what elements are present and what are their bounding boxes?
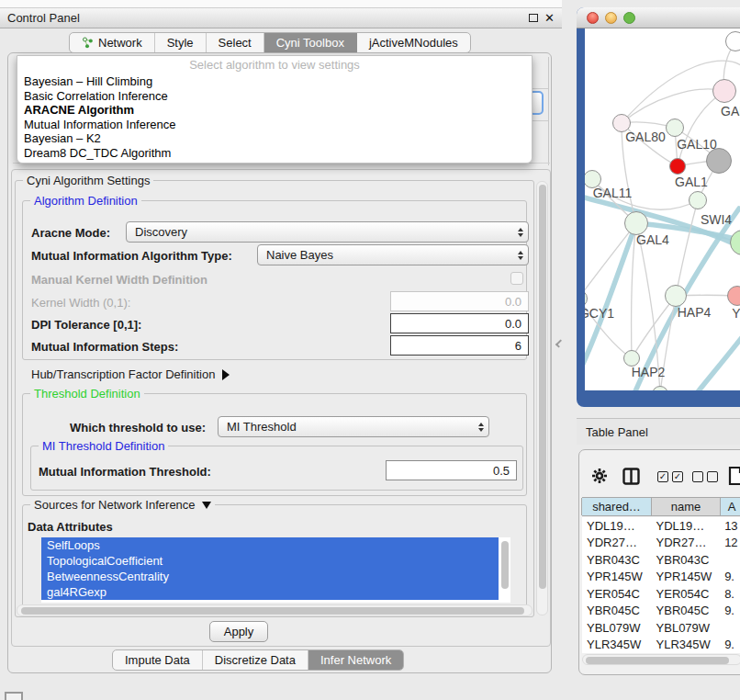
table-panel-title: Table Panel: [586, 425, 648, 439]
table-cell: YPR145W: [582, 570, 653, 583]
network-nodes-layer: GALGAL80GAL10GAL1GAL11SWI4GAL4GCY1HAP4YH…: [585, 28, 740, 390]
hub-definition-expander[interactable]: Hub/Transcription Factor Definition: [31, 367, 230, 381]
unchecked-box-icon: [707, 471, 718, 482]
network-node-swi4[interactable]: [689, 191, 707, 209]
aracne-mode-value: Discovery: [135, 225, 518, 239]
network-node[interactable]: [725, 31, 740, 51]
table-row[interactable]: YBR045CYBR045C9.: [582, 603, 740, 620]
table-row[interactable]: YBL079WYBL079W: [582, 619, 740, 637]
table-row[interactable]: YDL19…YDL19…13: [582, 517, 740, 535]
minimize-traffic-light-icon[interactable]: [605, 12, 617, 24]
network-node-gal1[interactable]: [669, 158, 686, 175]
table-hscrollbar-track[interactable]: [582, 654, 740, 665]
deselect-all-columns-icon[interactable]: [692, 471, 718, 482]
data-attribute-item[interactable]: BetweennessCentrality: [41, 569, 499, 584]
settings-hscrollbar-thumb[interactable]: [21, 607, 524, 615]
settings-hscrollbar-track[interactable]: [17, 604, 533, 616]
tab-discretize-data[interactable]: Discretize Data: [203, 650, 308, 670]
mi-threshold-field[interactable]: 0.5: [386, 460, 517, 480]
node-label: GCY1: [585, 306, 614, 321]
node-label: Y: [732, 306, 740, 321]
tab-impute-data[interactable]: Impute Data: [113, 650, 203, 670]
network-canvas[interactable]: GALGAL80GAL10GAL1GAL11SWI4GAL4GCY1HAP4YH…: [585, 28, 740, 390]
table-cell: YBR045C: [582, 604, 653, 617]
data-attributes-list[interactable]: SelfLoopsTopologicalCoefficientBetweenne…: [41, 537, 510, 603]
algorithm-menu-item[interactable]: ARACNE Algorithm: [17, 103, 532, 118]
sources-header[interactable]: Sources for Network Inference: [30, 498, 215, 512]
column-header-shared-name[interactable]: shared…: [581, 498, 652, 515]
table-cell: YBL079W: [653, 621, 723, 635]
table-hscrollbar-thumb[interactable]: [586, 657, 729, 664]
table-row[interactable]: YDR27…YDR27…12: [582, 535, 740, 552]
network-node-gal[interactable]: [712, 79, 736, 103]
data-attribute-item[interactable]: SelfLoops: [41, 537, 499, 553]
table-cell: YBR043C: [653, 553, 723, 567]
zoom-traffic-light-icon[interactable]: [623, 12, 635, 24]
tab-select[interactable]: Select: [207, 33, 264, 52]
tab-label: Impute Data: [125, 653, 190, 667]
table-cell: YBR043C: [582, 553, 653, 567]
network-node-gcy1[interactable]: [585, 289, 588, 308]
node-label: GAL: [721, 104, 740, 119]
table-row[interactable]: YER054CYER054C8.: [582, 585, 740, 603]
table-cell: 9.: [722, 570, 740, 583]
table-panel: ✓ ✓ shared… name A YDL19…YDL19…13YDR27…Y…: [578, 449, 740, 675]
tab-cyni-toolbox[interactable]: Cyni Toolbox: [264, 33, 357, 52]
tab-jactivemnodules[interactable]: jActiveMNodules: [357, 33, 470, 52]
algorithm-menu-item[interactable]: Dream8 DC_TDC Algorithm: [17, 146, 532, 161]
tab-style[interactable]: Style: [155, 33, 207, 52]
which-threshold-combobox[interactable]: MI Threshold: [218, 416, 489, 437]
table-cell: 12: [722, 536, 740, 549]
network-node-y[interactable]: [727, 286, 740, 306]
apply-button[interactable]: Apply: [209, 621, 268, 642]
tab-infer-network[interactable]: Infer Network: [308, 650, 403, 670]
network-node[interactable]: [652, 386, 668, 390]
network-view-window: GALGAL80GAL10GAL1GAL11SWI4GAL4GCY1HAP4YH…: [577, 7, 740, 407]
new-table-document-icon[interactable]: [728, 466, 740, 489]
algorithm-menu-item[interactable]: Bayesian – Hill Climbing: [17, 74, 532, 89]
kernel-width-field[interactable]: 0.0: [390, 291, 529, 311]
table-cell: YDL19…: [653, 519, 723, 533]
table-row[interactable]: YLR345WYLR345W9.: [582, 637, 740, 654]
table-row[interactable]: YBR043CYBR043C: [582, 551, 740, 569]
algorithm-menu-item[interactable]: Bayesian – K2: [17, 131, 532, 146]
settings-vscrollbar-thumb[interactable]: [539, 185, 546, 589]
column-header-partial[interactable]: A: [720, 498, 740, 515]
algorithm-dropdown-popup: Select algorithm to view settings Bayesi…: [17, 55, 533, 164]
mi-algorithm-type-value: Naive Bayes: [266, 248, 518, 262]
table-row[interactable]: YPR145WYPR145W9.: [582, 569, 740, 586]
table-settings-gear-icon[interactable]: [591, 468, 608, 487]
network-node-hap4[interactable]: [665, 285, 687, 307]
close-traffic-light-icon[interactable]: [587, 12, 599, 24]
data-attribute-item[interactable]: TopologicalCoefficient: [41, 553, 499, 569]
data-attribute-item[interactable]: gal4RGexp: [41, 584, 499, 600]
checked-box-icon: ✓: [657, 471, 668, 482]
unchecked-box-icon: [692, 471, 703, 482]
table-cell: 8.: [722, 587, 740, 601]
network-node-gal10[interactable]: [666, 119, 684, 137]
network-node[interactable]: [730, 230, 740, 255]
collapsed-corner-widget[interactable]: [5, 692, 23, 700]
select-all-columns-icon[interactable]: ✓ ✓: [657, 471, 683, 482]
columns-icon[interactable]: [622, 468, 640, 488]
attributes-vscrollbar-thumb[interactable]: [501, 541, 509, 589]
tab-network[interactable]: Network: [70, 33, 155, 52]
settings-vscrollbar-track[interactable]: [536, 181, 548, 615]
mi-steps-field[interactable]: 6: [390, 335, 529, 356]
algorithm-menu-item[interactable]: Basic Correlation Inference: [17, 89, 532, 104]
dpi-tolerance-field[interactable]: 0.0: [390, 313, 529, 333]
mi-algorithm-type-combobox[interactable]: Naive Bayes: [257, 244, 529, 265]
table-cell: YER054C: [653, 587, 723, 601]
network-node[interactable]: [706, 148, 732, 174]
table-cell: 13: [722, 519, 740, 533]
float-window-icon[interactable]: [529, 14, 538, 22]
column-header-name[interactable]: name: [651, 498, 721, 515]
panel-divider-handle[interactable]: [555, 339, 564, 347]
aracne-mode-combobox[interactable]: Discovery: [126, 221, 529, 243]
close-icon[interactable]: ✕: [544, 14, 555, 23]
mi-steps-label: Mutual Information Steps:: [31, 340, 178, 354]
manual-kernel-width-checkbox[interactable]: [510, 272, 523, 285]
table-cell: 9.: [722, 638, 740, 651]
algorithm-menu-item[interactable]: Mutual Information Inference: [17, 118, 532, 132]
control-panel-tabbar: Network Style Select Cyni Toolbox jActiv…: [69, 32, 471, 53]
